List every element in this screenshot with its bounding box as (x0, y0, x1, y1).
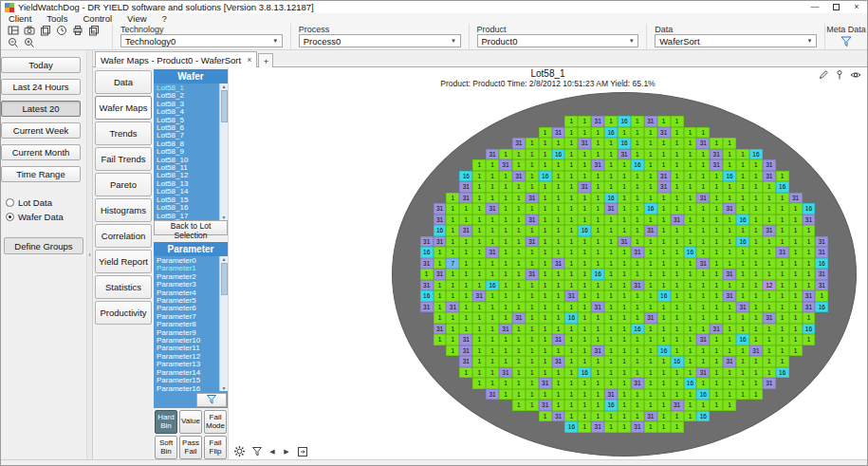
scrollbar-thumb[interactable] (221, 90, 228, 122)
die-cell[interactable]: 1 (710, 203, 723, 214)
die-cell[interactable]: 1 (723, 334, 736, 345)
die-cell[interactable]: 31 (710, 324, 723, 335)
die-cell[interactable]: 31 (618, 149, 631, 160)
view-tab-pareto[interactable]: Pareto (95, 173, 152, 196)
die-cell[interactable]: 1 (749, 324, 763, 335)
die-cell[interactable]: 1 (552, 290, 565, 302)
die-cell[interactable]: 31 (552, 127, 565, 139)
die-cell[interactable]: 1 (671, 389, 684, 401)
die-cell[interactable]: 1 (736, 181, 749, 193)
die-cell[interactable]: 1 (736, 171, 749, 182)
die-cell[interactable]: 31 (789, 193, 803, 204)
die-cell[interactable]: 1 (644, 236, 657, 248)
die-cell[interactable]: 16 (486, 280, 499, 291)
die-cell[interactable]: 1 (657, 280, 671, 291)
die-cell[interactable]: 1 (604, 247, 618, 258)
die-cell[interactable]: 1 (486, 334, 499, 345)
die-cell[interactable]: 1 (539, 356, 552, 367)
die-cell[interactable]: 31 (564, 290, 578, 302)
die-cell[interactable]: 1 (618, 214, 631, 226)
die-cell[interactable]: 1 (539, 280, 552, 291)
die-cell[interactable]: 1 (710, 345, 723, 357)
die-cell[interactable]: 1 (604, 181, 618, 193)
die-cell[interactable]: 31 (723, 290, 736, 302)
die-cell[interactable]: 31 (512, 138, 526, 149)
die-cell[interactable]: 1 (696, 203, 710, 214)
die-cell[interactable]: 1 (591, 324, 604, 335)
die-cell[interactable]: 1 (499, 334, 512, 345)
die-cell[interactable]: 1 (736, 290, 749, 302)
die-cell[interactable]: 1 (644, 356, 657, 367)
die-cell[interactable]: 31 (631, 421, 644, 433)
die-cell[interactable]: 1 (618, 269, 631, 280)
die-cell[interactable]: 1 (644, 258, 657, 270)
die-cell[interactable]: 1 (696, 269, 710, 280)
die-cell[interactable]: 1 (657, 389, 671, 401)
die-cell[interactable]: 31 (631, 378, 644, 389)
die-cell[interactable]: 31 (434, 269, 447, 280)
die-cell[interactable]: 31 (657, 181, 671, 193)
die-cell[interactable]: 31 (578, 138, 591, 149)
die-cell[interactable]: 16 (604, 127, 618, 139)
die-cell[interactable]: 1 (618, 181, 631, 193)
die-cell[interactable]: 16 (803, 324, 816, 335)
die-cell[interactable]: 1 (434, 334, 447, 345)
die-cell[interactable]: 1 (591, 214, 604, 226)
die-cell[interactable]: 1 (552, 389, 565, 401)
die-cell[interactable]: 1 (552, 138, 565, 149)
die-cell[interactable]: 1 (776, 312, 789, 324)
die-cell[interactable]: 1 (539, 367, 552, 379)
die-cell[interactable]: 1 (789, 334, 803, 345)
die-cell[interactable]: 1 (472, 181, 486, 193)
mode-button-pass-fail[interactable]: Pass Fail (179, 436, 202, 459)
die-cell[interactable]: 16 (776, 367, 789, 379)
die-cell[interactable]: 1 (552, 280, 565, 291)
die-cell[interactable]: 31 (696, 367, 710, 379)
die-cell[interactable]: 1 (749, 214, 763, 226)
die-cell[interactable]: 1 (710, 280, 723, 291)
die-cell[interactable]: 1 (526, 345, 539, 357)
die-cell[interactable]: 1 (618, 302, 631, 313)
die-cell[interactable]: 1 (763, 290, 776, 302)
die-cell[interactable]: 1 (671, 378, 684, 389)
duplicate-icon[interactable] (85, 25, 102, 37)
die-cell[interactable]: 16 (696, 389, 710, 401)
die-cell[interactable]: 31 (803, 290, 816, 302)
minimize-button[interactable]: — (804, 1, 825, 13)
die-cell[interactable]: 1 (552, 367, 565, 379)
die-cell[interactable]: 1 (710, 181, 723, 193)
die-cell[interactable]: 1 (564, 389, 578, 401)
die-cell[interactable]: 1 (578, 356, 591, 367)
die-cell[interactable]: 16 (539, 171, 552, 182)
die-cell[interactable]: 31 (420, 236, 434, 248)
die-cell[interactable]: 1 (526, 389, 539, 401)
menu-item-item[interactable]: ? (155, 13, 175, 24)
view-tab-correlation[interactable]: Correlation (95, 224, 152, 248)
die-cell[interactable]: 1 (486, 356, 499, 367)
time-button-current-week[interactable]: Current Week (1, 122, 81, 139)
die-cell[interactable]: 1 (604, 290, 618, 302)
die-cell[interactable]: 1 (618, 159, 631, 171)
die-cell[interactable]: 1 (446, 345, 459, 357)
die-cell[interactable]: 1 (539, 214, 552, 226)
die-cell[interactable]: 31 (434, 324, 447, 335)
view-tab-statistics[interactable]: Statistics (95, 275, 152, 299)
zoom-out-icon[interactable] (5, 37, 21, 49)
die-cell[interactable]: 1 (684, 324, 697, 335)
die-cell[interactable]: 31 (434, 236, 447, 248)
die-cell[interactable]: 1 (499, 225, 512, 236)
die-cell[interactable]: 1 (684, 258, 697, 270)
die-cell[interactable]: 1 (434, 290, 447, 302)
die-cell[interactable]: 1 (631, 334, 644, 345)
die-cell[interactable]: 1 (472, 171, 486, 182)
die-cell[interactable]: 16 (420, 247, 434, 258)
die-cell[interactable]: 1 (539, 203, 552, 214)
die-cell[interactable]: 1 (618, 312, 631, 324)
die-cell[interactable]: 1 (604, 138, 618, 149)
die-cell[interactable]: 1 (684, 203, 697, 214)
die-cell[interactable]: 1 (657, 258, 671, 270)
die-cell[interactable]: 1 (552, 400, 565, 411)
die-cell[interactable]: 1 (512, 367, 526, 379)
die-cell[interactable]: 1 (763, 356, 776, 367)
die-cell[interactable]: 1 (710, 334, 723, 345)
